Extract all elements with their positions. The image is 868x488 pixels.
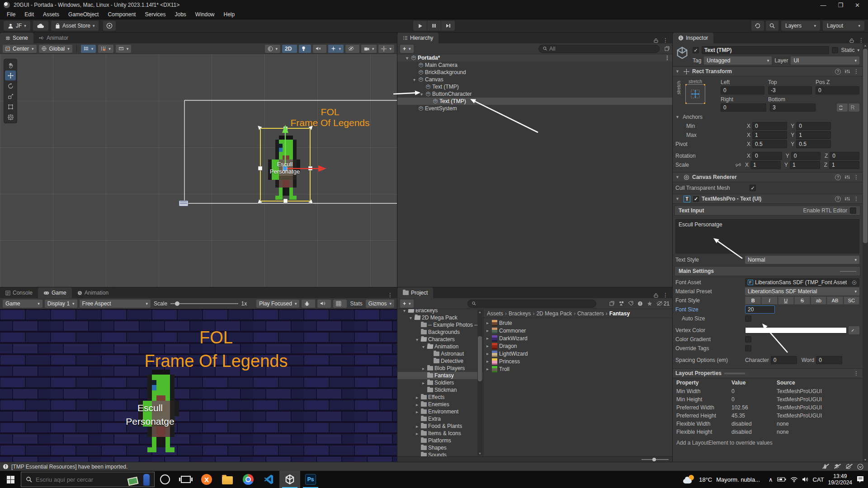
- game-gizmos-dropdown[interactable]: Gizmos: [366, 300, 394, 308]
- override-tags-checkbox[interactable]: [745, 345, 751, 352]
- tray-weather-text[interactable]: Mayorm. nubla...: [716, 476, 760, 483]
- tree-scrollbar[interactable]: ▲ ▼: [477, 310, 482, 455]
- hierarchy-row-text-tmp[interactable]: Text (TMP): [397, 83, 672, 90]
- eyedropper-button[interactable]: [849, 326, 859, 334]
- word-spacing-field[interactable]: 0: [816, 356, 842, 364]
- stats-button[interactable]: Stats: [350, 300, 362, 307]
- style-italic-button[interactable]: I: [761, 296, 777, 305]
- posz-field[interactable]: 0: [816, 86, 859, 94]
- project-search[interactable]: [467, 300, 596, 308]
- anchor-preset-widget[interactable]: [685, 84, 705, 104]
- asset-row-darkwizard[interactable]: ▸DarkWizard: [483, 334, 672, 342]
- presets-icon[interactable]: [844, 196, 850, 202]
- foldout-icon[interactable]: ▾: [419, 92, 424, 97]
- component-menu-icon[interactable]: ⋮: [854, 370, 859, 376]
- filter-type-icon[interactable]: [618, 301, 624, 306]
- tab-animation[interactable]: Animation: [72, 287, 114, 298]
- volume-icon[interactable]: [802, 477, 809, 482]
- asset-row-commoner[interactable]: ▸Commoner: [483, 327, 672, 334]
- lock-icon[interactable]: [654, 293, 658, 298]
- battery-icon[interactable]: [777, 477, 786, 482]
- scale-z-field[interactable]: 1: [829, 161, 859, 169]
- character-spacing-field[interactable]: 0: [771, 356, 797, 364]
- scene-viewport[interactable]: FOL Frame Of Legends Escull Personatge: [0, 54, 397, 287]
- tray-temperature[interactable]: 18°C: [699, 476, 712, 483]
- search-button[interactable]: [766, 21, 778, 31]
- view-hand-tool[interactable]: [5, 60, 16, 70]
- draw-mode-dropdown[interactable]: [265, 45, 281, 53]
- pivot-x-field[interactable]: 0.5: [752, 140, 787, 148]
- menu-window[interactable]: Window: [191, 11, 219, 18]
- menu-services[interactable]: Services: [141, 11, 170, 18]
- pause-button[interactable]: [427, 21, 441, 31]
- tmp-header[interactable]: ▼ T ✓ TextMeshPro - Text (UI) ? ⋮: [673, 194, 862, 204]
- tree-row[interactable]: Platforms: [397, 437, 483, 444]
- taskbar-app-vscode[interactable]: [259, 471, 279, 488]
- rotation-y-field[interactable]: 0: [791, 152, 821, 160]
- tab-hierarchy[interactable]: Hierarchy: [397, 33, 439, 43]
- canvas-renderer-header[interactable]: ▼ Canvas Renderer ? ⋮: [673, 172, 862, 182]
- tree-row-fantasy[interactable]: Fantasy: [397, 372, 483, 379]
- tab-console[interactable]: Console: [0, 287, 38, 298]
- row-menu-icon[interactable]: ⋮: [665, 55, 670, 61]
- menu-component[interactable]: Component: [104, 11, 140, 18]
- hierarchy-row-canvas[interactable]: ▾ Canvas: [397, 76, 672, 83]
- lighting-toggle[interactable]: [299, 45, 311, 53]
- help-icon[interactable]: ?: [835, 69, 841, 75]
- notification-icon[interactable]: [856, 476, 864, 483]
- rect-tool[interactable]: [5, 102, 16, 112]
- panel-menu-icon[interactable]: ⋮: [859, 37, 864, 43]
- asset-row-dragon[interactable]: ▸Dragon: [483, 342, 672, 350]
- tree-row[interactable]: ▸Environment: [397, 408, 483, 415]
- tree-row[interactable]: Extra: [397, 415, 483, 422]
- static-dropdown-icon[interactable]: ▾: [857, 48, 859, 52]
- tool-orientation-dropdown[interactable]: Global: [39, 45, 72, 53]
- taskbar-app-xampp[interactable]: X: [196, 471, 217, 488]
- menu-jobs[interactable]: Jobs: [170, 11, 190, 18]
- asset-store-dropdown[interactable]: Asset Store▾: [51, 21, 99, 31]
- project-search-input[interactable]: [478, 300, 592, 307]
- activity-indicator-icon[interactable]: [857, 464, 863, 470]
- crumb-fantasy[interactable]: Fantasy: [606, 310, 630, 317]
- tag-dropdown[interactable]: Untagged: [704, 56, 772, 65]
- asset-row-princess[interactable]: ▸Princess: [483, 357, 672, 365]
- object-picker-icon[interactable]: [852, 280, 857, 285]
- style-underline-button[interactable]: U: [778, 296, 794, 305]
- active-checkbox[interactable]: ✓: [693, 47, 699, 53]
- taskbar-search-input[interactable]: [36, 476, 113, 483]
- camera-preview-dropdown[interactable]: [361, 45, 377, 53]
- auto-size-checkbox[interactable]: [745, 315, 751, 322]
- weather-icon[interactable]: [683, 475, 695, 484]
- unity-search-hub-button[interactable]: [103, 21, 116, 31]
- panel-menu-icon[interactable]: ⋮: [663, 292, 669, 298]
- lock-icon[interactable]: [849, 38, 854, 43]
- taskbar-app-unity[interactable]: [279, 471, 300, 488]
- max-x-field[interactable]: 1: [752, 131, 787, 139]
- taskbar-app-chrome[interactable]: [238, 471, 259, 488]
- tray-clock[interactable]: 13:49 19/2/2024: [828, 473, 852, 486]
- tree-row[interactable]: Sounds: [397, 451, 483, 456]
- layout-properties-header[interactable]: Layout Properties ══════ ⋮: [673, 368, 862, 378]
- vsync-grid-button[interactable]: [333, 300, 347, 308]
- static-checkbox[interactable]: [832, 47, 838, 53]
- menu-help[interactable]: Help: [220, 11, 239, 18]
- hierarchy-row-brickbackground[interactable]: BrickBackground: [397, 69, 672, 76]
- style-lowercase-button[interactable]: ab: [811, 296, 826, 305]
- gizmos-dropdown[interactable]: [378, 45, 394, 53]
- tree-row[interactable]: -- Example Photos --: [397, 321, 483, 328]
- inspector-scrollbar[interactable]: ▲ ▼: [863, 43, 868, 462]
- rotate-tool[interactable]: [5, 81, 16, 91]
- game-target-dropdown[interactable]: Game: [3, 300, 42, 308]
- tree-row[interactable]: Backgrounds: [397, 328, 483, 336]
- tool-pivot-dropdown[interactable]: Center: [3, 45, 37, 53]
- tree-row[interactable]: ▸Effects: [397, 394, 483, 401]
- asset-row-brute[interactable]: ▸Brute: [483, 319, 672, 327]
- main-settings-subheader[interactable]: Main Settings ―――: [675, 266, 860, 276]
- rect-transform-header[interactable]: ▼ Rect Transform ? ⋮: [673, 66, 862, 76]
- style-uppercase-button[interactable]: AB: [827, 296, 843, 305]
- menu-assets[interactable]: Assets: [39, 11, 63, 18]
- audio-toggle[interactable]: [313, 45, 326, 53]
- grid-snap-toggle[interactable]: [81, 45, 96, 53]
- tree-row[interactable]: ▸Blob Players: [397, 365, 483, 372]
- tree-row[interactable]: Astronaut: [397, 350, 483, 357]
